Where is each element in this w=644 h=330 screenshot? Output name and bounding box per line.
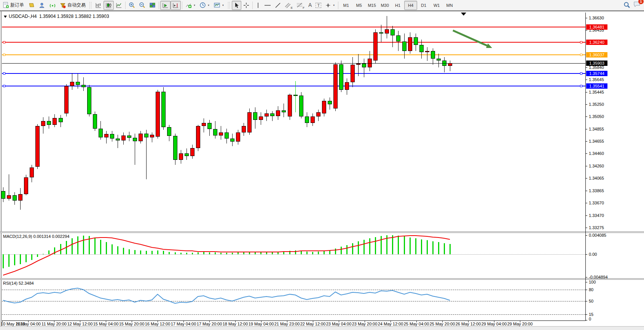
- candle-body: [173, 136, 177, 160]
- trendline-icon: [275, 2, 281, 8]
- timeframe-h1-button[interactable]: H1: [391, 1, 404, 10]
- timeframe-m15-button[interactable]: M15: [365, 1, 378, 10]
- macd-histogram-bar: [243, 252, 244, 254]
- price-axis-tick: [585, 104, 587, 105]
- line-chart-icon: [116, 2, 122, 8]
- chart-shift-button[interactable]: [171, 1, 181, 10]
- toolbar-grip[interactable]: [228, 2, 230, 9]
- timeframe-w1-button[interactable]: W1: [430, 1, 443, 10]
- time-axis-label: 25 May 04:00: [402, 322, 431, 326]
- macd-histogram-bar: [266, 252, 267, 254]
- chart-window[interactable]: USDCAD-,H4 1.35904 1.35928 1.35882 1.359…: [0, 11, 644, 330]
- signals-button[interactable]: [47, 1, 58, 10]
- price-axis-tick: [585, 18, 587, 18]
- candle-body: [247, 112, 252, 132]
- new-order-label: 新订单: [10, 2, 24, 8]
- macd-pane-splitter[interactable]: [0, 231, 644, 233]
- bar-chart-button[interactable]: [93, 1, 104, 10]
- timeframe-m30-button[interactable]: M30: [378, 1, 391, 10]
- horizontal-level-line[interactable]: [2, 73, 585, 74]
- vertical-line-tool-button[interactable]: [254, 1, 262, 10]
- price-axis-label: 1.33275: [589, 225, 604, 230]
- autotrading-button[interactable]: 自动交易: [58, 1, 88, 10]
- price-axis-label: 1.34460: [589, 151, 604, 156]
- candle-body: [30, 167, 34, 177]
- candle-body: [345, 82, 349, 90]
- notifications-button[interactable]: 1: [633, 1, 641, 9]
- horizontal-level-line[interactable]: [2, 27, 585, 27]
- equidistant-channel-tool-button[interactable]: E: [283, 1, 295, 10]
- candle-body: [328, 101, 332, 104]
- candle-body: [53, 118, 57, 125]
- tile-windows-icon: [149, 2, 156, 8]
- periods-dropdown-caret[interactable]: ▼: [207, 4, 210, 6]
- macd-histogram-bar: [301, 251, 302, 254]
- line-handle[interactable]: [580, 41, 582, 43]
- market-watch-button[interactable]: [37, 1, 47, 10]
- horizontal-level-line[interactable]: [2, 42, 585, 43]
- text-label-tool-button[interactable]: T: [314, 1, 323, 10]
- templates-button[interactable]: ▼: [212, 1, 226, 10]
- fibonacci-tool-button[interactable]: F: [295, 1, 306, 10]
- timeframe-h4-button[interactable]: H4: [404, 1, 417, 10]
- macd-zero-line: [2, 254, 585, 255]
- search-icon[interactable]: [623, 2, 630, 8]
- horizontal-line-tool-button[interactable]: [262, 1, 273, 10]
- text-tool-button[interactable]: A: [306, 1, 314, 10]
- zoom-out-button[interactable]: [137, 1, 147, 10]
- candlestick-chart-button[interactable]: [104, 1, 114, 10]
- quotes-button[interactable]: [26, 1, 37, 10]
- candle-body: [431, 51, 435, 59]
- line-handle[interactable]: [580, 85, 582, 87]
- candle-body: [59, 118, 63, 122]
- macd-axis-tick: [585, 254, 587, 255]
- new-order-button[interactable]: 新订单: [1, 1, 26, 10]
- candle-body: [396, 35, 400, 41]
- macd-histogram-bar: [54, 247, 55, 254]
- indicators-button[interactable]: ▼: [183, 1, 198, 10]
- auto-scroll-button[interactable]: [160, 1, 171, 10]
- candlestick-icon: [105, 2, 112, 8]
- line-handle[interactable]: [580, 54, 582, 56]
- timeframe-m1-button[interactable]: M1: [340, 1, 352, 10]
- macd-histogram-bar: [427, 240, 428, 254]
- zoom-in-button[interactable]: [127, 1, 137, 10]
- periods-button[interactable]: ▼: [198, 1, 212, 10]
- candle-body: [104, 134, 108, 137]
- trendline-tool-button[interactable]: [273, 1, 283, 10]
- timeframe-d1-button[interactable]: D1: [417, 1, 430, 10]
- notification-badge: 1: [638, 0, 644, 4]
- line-handle[interactable]: [3, 41, 5, 43]
- rsi-axis-tick: [585, 282, 587, 282]
- candle-body: [167, 127, 171, 136]
- arrows-tool-button[interactable]: ▼: [323, 1, 337, 10]
- candle-body: [13, 195, 17, 201]
- crosshair-tool-button[interactable]: [241, 1, 251, 10]
- candle-body: [437, 59, 441, 61]
- line-handle[interactable]: [580, 72, 582, 75]
- indicators-dropdown-caret[interactable]: ▼: [193, 4, 196, 6]
- arrows-dropdown-caret[interactable]: ▼: [333, 4, 335, 6]
- timeframe-mn-button[interactable]: MN: [443, 1, 456, 10]
- candle-body: [41, 121, 45, 126]
- cursor-tool-button[interactable]: [232, 1, 241, 10]
- candle-body: [156, 92, 160, 137]
- macd-histogram-bar: [146, 251, 147, 254]
- line-handle[interactable]: [3, 72, 5, 75]
- rsi-pane-splitter[interactable]: [0, 278, 644, 280]
- toolbar-grip[interactable]: [89, 2, 91, 9]
- line-handle[interactable]: [3, 85, 5, 87]
- time-axis-label: 11 May 04:00: [14, 322, 43, 326]
- chart-shift-marker[interactable]: [461, 13, 466, 16]
- line-handle[interactable]: [3, 54, 5, 56]
- line-chart-button[interactable]: [114, 1, 124, 10]
- rsi-indicator-label: RSI(14) 52.3484: [3, 281, 34, 285]
- candle-body: [230, 139, 234, 142]
- chart-collapse-arrow[interactable]: [4, 16, 7, 18]
- candle-body: [265, 113, 269, 116]
- horizontal-level-line[interactable]: [2, 54, 585, 55]
- macd-histogram-bar: [249, 252, 250, 254]
- timeframe-m5-button[interactable]: M5: [352, 1, 365, 10]
- templates-dropdown-caret[interactable]: ▼: [222, 4, 224, 6]
- tile-windows-button[interactable]: [147, 1, 158, 10]
